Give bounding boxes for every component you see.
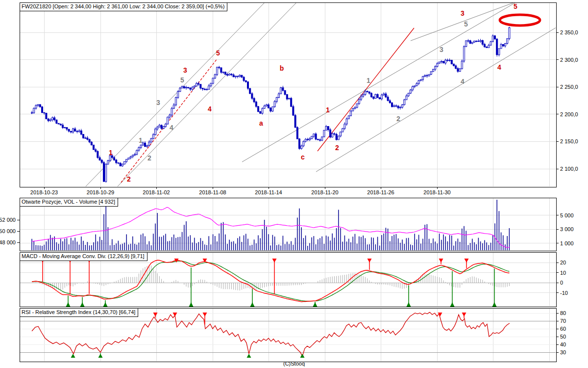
wave-label-1: 1	[367, 77, 370, 84]
wave-label-3: 3	[183, 66, 187, 74]
wave-label-b: b	[280, 64, 284, 72]
rsi-line	[32, 312, 510, 356]
wave-label-2: 2	[147, 154, 151, 162]
sell-signal-icon	[368, 259, 372, 263]
red-trendline	[121, 59, 217, 183]
wave-label-2: 2	[396, 115, 400, 123]
volume-axis-label: 5 000	[560, 212, 574, 218]
price-plot-area	[31, 0, 559, 189]
macd-axis-label: 20	[560, 260, 566, 265]
wave-label-c: c	[301, 153, 305, 161]
wave-label-3: 3	[461, 9, 465, 17]
macd-axis-label: 0	[560, 280, 563, 286]
gridlines	[20, 3, 556, 361]
axis-labels: 2 350,02 300,02 250,02 200,02 150,02 100…	[0, 29, 578, 355]
wave-label-a: a	[259, 119, 263, 127]
wave-label-4: 4	[208, 105, 212, 113]
sell-signal-icon	[173, 313, 177, 316]
rsi-axis-label: 40	[560, 342, 566, 347]
buy-signal-icon	[71, 354, 75, 358]
wave-label-3: 3	[156, 99, 160, 106]
buy-signal-icon	[80, 302, 85, 307]
red-trendline	[318, 28, 414, 151]
date-axis-label: 2018-11-26	[367, 189, 394, 195]
date-axis-label: 2018-11-30	[423, 189, 450, 195]
elliott-wave-labels: 12345abc123451234512345	[109, 2, 517, 183]
sell-signal-icon	[203, 313, 207, 316]
buy-signal-icon	[247, 354, 251, 358]
sell-signal-icon	[439, 259, 443, 263]
candlestick-series	[31, 27, 510, 183]
date-axis-label: 2018-11-02	[143, 189, 170, 195]
buy-signal-icon	[313, 302, 318, 307]
buy-signal-icon	[66, 302, 71, 307]
open-interest-axis-label: 50 000	[0, 228, 16, 234]
macd-axis-label: -10	[560, 290, 568, 296]
wave-label-5: 5	[216, 49, 220, 57]
macd-signal-line	[32, 261, 509, 301]
price-chart-title: FW20Z1820 [Open: 2 344,00 High: 2 361,00…	[20, 3, 227, 11]
wave-label-5: 5	[514, 2, 517, 10]
price-axis-label: 2 100,0	[560, 166, 578, 172]
buy-signal-icon	[300, 354, 305, 358]
date-axis-label: 2018-10-23	[30, 189, 58, 195]
price-axis-label: 2 350,0	[560, 29, 578, 35]
wave-label-4: 4	[170, 124, 173, 131]
rsi-axis-label: 70	[560, 318, 566, 324]
date-axis-label: 2018-11-20	[311, 189, 338, 195]
buy-signal-icon	[407, 302, 411, 307]
buy-signal-icon	[189, 302, 194, 307]
rsi-axis-label: 50	[560, 334, 566, 340]
buy-signal-icon	[103, 302, 108, 307]
sell-signal-icon	[462, 313, 466, 316]
rsi-axis-label: 80	[560, 310, 566, 316]
volume-panel	[32, 200, 510, 250]
stock-chart-page: 12345abc1234512345123452 350,02 300,02 2…	[0, 0, 588, 368]
open-interest-axis-label: 48 000	[0, 239, 16, 245]
wave-label-1: 1	[139, 136, 143, 144]
volume-axis-label: 3 000	[560, 226, 574, 232]
sell-signal-icon	[465, 259, 469, 263]
copyright-label: (C)Stooq	[0, 361, 588, 367]
highlight-ellipse	[500, 15, 540, 26]
volume-axis-label: 1 000	[560, 240, 574, 246]
buy-signal-icon	[98, 354, 103, 358]
date-axis-label: 2018-11-14	[255, 189, 282, 195]
price-axis-label: 2 250,0	[560, 84, 578, 90]
sell-signal-icon	[153, 313, 158, 316]
wave-label-5: 5	[464, 20, 468, 28]
wave-label-1: 1	[109, 149, 113, 157]
price-axis-label: 2 150,0	[560, 138, 578, 144]
macd-axis-label: 10	[560, 270, 566, 276]
volume-panel-title: Otwarte Pozycje, VOL - Volume [4 932]	[20, 198, 118, 207]
wave-label-3: 3	[440, 46, 443, 53]
price-axis-label: 2 300,0	[560, 57, 578, 63]
price-axis-label: 2 200,0	[560, 111, 578, 117]
sell-signal-icon	[272, 259, 277, 263]
macd-line	[32, 260, 509, 302]
buy-signal-icon	[450, 302, 455, 307]
rsi-axis-label: 30	[560, 349, 566, 355]
wave-label-5: 5	[180, 76, 184, 84]
wave-label-4: 4	[461, 78, 465, 85]
wave-label-2: 2	[127, 175, 131, 183]
rsi-panel-title: RSI - Relative Strength Index (14,30,70)…	[20, 309, 138, 317]
wave-label-1: 1	[326, 106, 330, 114]
date-axis-label: 2018-10-29	[87, 189, 114, 195]
wave-label-2: 2	[335, 144, 339, 152]
macd-panel-title: MACD - Moving Average Conv. Div. (12,26,…	[20, 253, 147, 261]
rsi-axis-label: 60	[560, 326, 566, 332]
channel-line	[115, 0, 299, 189]
open-interest-axis-label: 52 000	[0, 217, 16, 223]
date-axis-label: 2018-11-08	[199, 189, 226, 195]
rsi-panel	[32, 312, 510, 358]
buy-signal-icon	[250, 302, 255, 307]
wave-label-4: 4	[497, 63, 501, 71]
